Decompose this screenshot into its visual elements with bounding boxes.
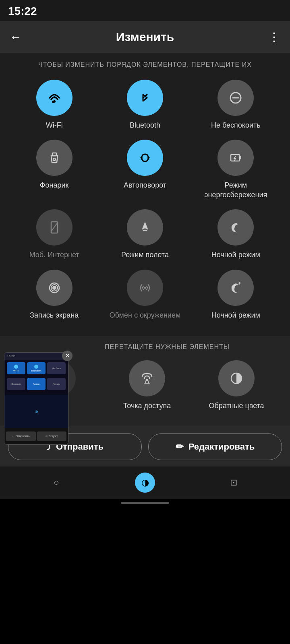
home-pill	[121, 502, 169, 504]
tile-invert[interactable]: Обратные цвета	[195, 360, 278, 411]
nfc-icon	[127, 270, 163, 306]
night-icon	[218, 209, 254, 246]
dnd-icon	[218, 80, 254, 116]
invert-label: Обратные цвета	[209, 401, 264, 411]
screenshot-overlay: 15:22 Wi-Fi Bluetooth Не бесп Фонарик Ав	[4, 352, 68, 445]
status-bar: 15:22	[0, 0, 290, 21]
back-button[interactable]: ←	[10, 30, 22, 44]
nfc-label: Обмен с окружением	[110, 311, 181, 320]
bluetooth-label: Bluetooth	[130, 121, 160, 130]
mobile-label: Моб. Интернет	[29, 250, 79, 260]
main-hint: ЧТОБЫ ИЗМЕНИТЬ ПОРЯДОК ЭЛЕМЕНТОВ, ПЕРЕТА…	[12, 61, 278, 68]
tile-screenrec[interactable]: Запись экрана	[12, 270, 96, 320]
svg-point-11	[144, 287, 146, 289]
tile-mobile[interactable]: Моб. Интернет	[12, 209, 96, 260]
page-title: Изменить	[116, 30, 174, 44]
header: ← Изменить ⋮	[0, 21, 290, 53]
autorotate-icon	[127, 140, 163, 176]
airplane-label: Режим полета	[121, 250, 169, 260]
tile-bluetooth[interactable]: Bluetooth	[103, 80, 187, 130]
tile-nightmode2[interactable]: Ночной режим	[194, 270, 278, 320]
mobile-icon	[36, 209, 72, 246]
tile-wifi[interactable]: Wi-Fi	[12, 80, 96, 130]
flashlight-label: Фонарик	[40, 181, 69, 190]
edit-button[interactable]: ✏ Редактировать	[148, 433, 282, 460]
nav-home[interactable]: ◑	[135, 473, 155, 493]
tile-dnd[interactable]: Не беспокоить	[194, 80, 278, 130]
main-section: ЧТОБЫ ИЗМЕНИТЬ ПОРЯДОК ЭЛЕМЕНТОВ, ПЕРЕТА…	[0, 53, 290, 336]
svg-point-3	[53, 158, 56, 161]
tile-autorotate[interactable]: Автоповорот	[103, 140, 187, 200]
bottom-section: 15:22 Wi-Fi Bluetooth Не бесп Фонарик Ав	[0, 336, 290, 427]
tile-flashlight[interactable]: Фонарик	[12, 140, 96, 200]
bottom-hint: ПЕРЕТАЩИТЕ НУЖНЫЕ ЭЛЕМЕНТЫ	[56, 343, 278, 351]
home-bar	[0, 499, 290, 507]
tile-nfc[interactable]: Обмен с окружением	[103, 270, 187, 320]
hotspot-label: Точка доступа	[123, 401, 171, 411]
tile-battery[interactable]: Режим энергосбережения	[194, 140, 278, 200]
svg-point-12	[239, 282, 240, 284]
nightmode2-icon	[218, 270, 254, 306]
nav-recents[interactable]: ⊡	[224, 473, 244, 493]
bluetooth-icon	[127, 80, 163, 116]
nav-back[interactable]: ○	[46, 473, 66, 493]
battery-icon	[218, 140, 254, 176]
close-screenshot-button[interactable]: ✕	[62, 351, 72, 361]
svg-rect-4	[231, 155, 240, 161]
status-time: 15:22	[8, 5, 37, 18]
edit-icon: ✏	[176, 441, 184, 452]
screenrec-icon	[36, 270, 72, 306]
screenrec-label: Запись экрана	[30, 311, 79, 320]
nightmode2-label: Ночной режим	[211, 311, 260, 320]
airplane-icon	[127, 209, 163, 246]
edit-label: Редактировать	[188, 442, 255, 452]
svg-rect-5	[240, 156, 241, 159]
wifi-icon	[36, 80, 72, 116]
autorotate-label: Автоповорот	[124, 181, 166, 190]
svg-point-9	[52, 286, 56, 290]
tile-night[interactable]: Ночной режим	[194, 209, 278, 260]
tile-hotspot[interactable]: Точка доступа	[106, 360, 188, 411]
screenshot-image: 15:22 Wi-Fi Bluetooth Не бесп Фонарик Ав	[4, 353, 68, 444]
hotspot-icon	[129, 360, 165, 396]
night-label: Ночной режим	[211, 250, 260, 260]
main-grid: Wi-Fi Bluetooth Не беспокоить	[12, 80, 278, 320]
wifi-label: Wi-Fi	[46, 121, 63, 130]
flashlight-icon	[36, 140, 72, 176]
dnd-label: Не беспокоить	[211, 121, 261, 130]
bottom-nav: ○ ◑ ⊡	[0, 466, 290, 499]
invert-icon	[218, 360, 255, 396]
tile-airplane[interactable]: Режим полета	[103, 209, 187, 260]
svg-line-7	[51, 223, 58, 231]
battery-label: Режим энергосбережения	[194, 181, 278, 200]
menu-button[interactable]: ⋮	[268, 31, 280, 44]
svg-point-0	[53, 100, 56, 103]
